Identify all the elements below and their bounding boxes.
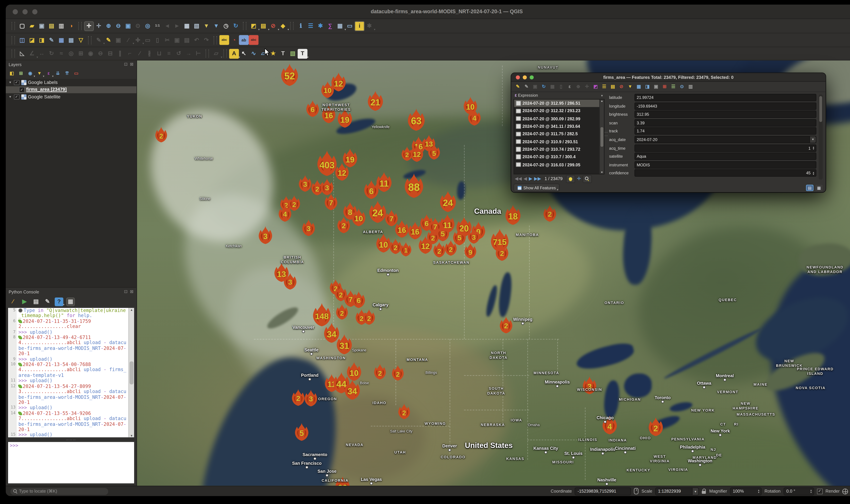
acq_date-dropdown-icon[interactable]: ▼: [810, 137, 816, 143]
enable-advanced-digitizing-button[interactable]: ◺: [17, 49, 27, 58]
coordinate-input[interactable]: -15239839,7152991: [575, 487, 631, 495]
feature-checkbox[interactable]: [516, 131, 521, 137]
new-field-button[interactable]: ⊞: [661, 83, 669, 90]
layer-visibility-checkbox[interactable]: ✓: [14, 80, 19, 85]
fire-marker-12[interactable]: 12: [418, 236, 433, 254]
scroll-up-icon[interactable]: ▲: [130, 308, 133, 311]
fire-marker-12[interactable]: 12: [409, 145, 424, 162]
dock-attribute-table-button[interactable]: ▣: [652, 83, 660, 90]
layer-item-google-labels[interactable]: ▼✓Google Labels: [6, 79, 137, 86]
zoom-out-button[interactable]: ⊖: [113, 21, 123, 31]
console-help-button[interactable]: ?▾: [55, 297, 64, 306]
highlight-feature-button[interactable]: [566, 175, 575, 183]
fire-marker-3[interactable]: 3: [303, 389, 318, 407]
invert-selection-button[interactable]: ◩: [592, 83, 599, 90]
minimize-window-button[interactable]: [22, 9, 28, 14]
fire-marker-5[interactable]: 5: [427, 144, 441, 160]
new-map-view-button[interactable]: ▦: [182, 21, 192, 31]
fire-marker-2[interactable]: 2: [397, 403, 411, 419]
close-window-button[interactable]: [13, 9, 18, 14]
magnifier-spinbox[interactable]: 100% ▲▼: [730, 487, 762, 495]
feature-row[interactable]: 2024-07-20 @ 311.75 / 282.5: [514, 130, 604, 138]
fire-marker-10[interactable]: 10: [351, 208, 367, 226]
identify-features-button[interactable]: ℹ: [296, 21, 306, 31]
zoom-to-layer-button[interactable]: ◎: [143, 21, 153, 31]
zoom-native-resolution-button[interactable]: 1:1: [153, 21, 162, 31]
layers-panel-close-icon[interactable]: ⊠: [130, 62, 134, 67]
organize-columns-button[interactable]: ▦: [635, 83, 642, 90]
layer-diagram-button[interactable]: ◔: [229, 35, 239, 45]
fire-marker-10[interactable]: 10: [320, 81, 335, 98]
layer-item-firms-area-23479[interactable]: ✓firms_area [23479]: [6, 86, 137, 93]
dialog-minimize-button[interactable]: [523, 75, 527, 79]
feature-row[interactable]: 2024-07-20 @ 341.11 / 293.64: [514, 123, 604, 130]
fire-marker-31[interactable]: 31: [335, 334, 353, 355]
mouse-position-icon[interactable]: [634, 488, 639, 494]
clear-console-button[interactable]: ∕: [9, 297, 17, 306]
fire-marker-2[interactable]: 2: [373, 364, 387, 380]
fire-marker-6[interactable]: 6: [351, 291, 366, 308]
scroll-down-icon[interactable]: ▼: [130, 434, 133, 437]
form-scrollbar[interactable]: [819, 94, 823, 179]
console-splitter[interactable]: ⋯⋯⋯: [6, 438, 137, 441]
zoom-window-button[interactable]: [32, 9, 37, 14]
fire-marker-9[interactable]: 9: [463, 242, 477, 259]
satellite-input[interactable]: Aqua: [634, 152, 816, 160]
confidence-input[interactable]: 45▲▼: [634, 169, 816, 177]
acq_time-input[interactable]: 1▲▼: [634, 144, 816, 152]
feature-row[interactable]: 2024-07-20 @ 312.32 / 293.23: [514, 107, 604, 115]
fire-marker-2[interactable]: 2: [391, 365, 405, 381]
fire-marker-1[interactable]: 1: [400, 241, 412, 257]
fire-marker-2[interactable]: 2: [335, 304, 349, 320]
layer-visibility-checkbox[interactable]: ✓: [19, 87, 24, 92]
feature-row[interactable]: 2024-07-20 @ 300.09 / 282.99: [514, 115, 604, 123]
zoom-full-extent-button[interactable]: ▣: [123, 21, 133, 31]
project-save-button[interactable]: ▣: [37, 21, 47, 31]
feature-list-scrollbar[interactable]: ▲ ▼: [599, 100, 604, 174]
feature-row[interactable]: 2024-07-20 @ 312.95 / 286.51: [514, 100, 604, 107]
feature-checkbox[interactable]: [516, 101, 521, 106]
python-console-float-icon[interactable]: ⊡: [124, 290, 127, 294]
scrollbar-thumb[interactable]: [600, 127, 603, 146]
zoom-to-feature-button[interactable]: [583, 175, 592, 183]
locator-search-input[interactable]: Type to locate (⌘K): [11, 488, 108, 494]
open-layer-styling-button[interactable]: ◧: [8, 70, 16, 77]
deselect-all-button[interactable]: ⊘: [618, 83, 625, 90]
fire-marker-24[interactable]: 24: [439, 191, 457, 212]
fire-marker-2[interactable]: 2: [336, 216, 351, 233]
polyline-annotation-button[interactable]: ∿: [249, 49, 259, 58]
field-calculator-button[interactable]: ☰: [670, 83, 677, 90]
dialog-zoom-button[interactable]: [530, 75, 534, 79]
select-by-expression-button[interactable]: ε: [566, 83, 573, 90]
acq_date-input[interactable]: 2024-07-20▼: [634, 136, 816, 143]
processing-toolbox-button[interactable]: ✱: [316, 21, 325, 31]
fire-marker-2[interactable]: 2: [362, 309, 376, 325]
open-attribute-table-button[interactable]: ▦▾: [335, 21, 345, 31]
console-options-button[interactable]: ✎: [43, 297, 52, 306]
rotation-spinbox[interactable]: 0.0 ° ▲▼: [783, 487, 814, 495]
layer-labeling-button[interactable]: abc: [219, 35, 229, 45]
expression-dropdown-icon[interactable]: ▼: [600, 93, 603, 97]
show-statistical-summary-button[interactable]: ∑: [325, 21, 335, 31]
deselect-features-button[interactable]: ⊘▾: [268, 21, 278, 31]
fire-marker-3[interactable]: 3: [301, 219, 316, 236]
scroll-down-icon[interactable]: ▼: [601, 171, 603, 174]
select-features-by-value-button[interactable]: ▤▾: [259, 21, 268, 31]
multi-edit-button[interactable]: ✎: [523, 83, 530, 90]
temporal-controller-button[interactable]: ◷: [221, 21, 231, 31]
remove-layer-button[interactable]: ▭: [73, 70, 80, 77]
fire-marker-3[interactable]: 3: [467, 228, 481, 244]
toggle-editing-button[interactable]: ✎: [514, 83, 521, 90]
project-new-button[interactable]: ▢: [17, 21, 27, 31]
select-annotation-button[interactable]: ↖: [239, 49, 249, 58]
new-mesh-layer-button[interactable]: ▩: [66, 35, 76, 45]
fire-marker-2[interactable]: 2: [495, 244, 509, 261]
next-feature-button[interactable]: ▶: [529, 176, 532, 181]
refresh-map-button[interactable]: ↻: [231, 21, 241, 31]
scan-input[interactable]: 3.39: [634, 119, 816, 126]
text-annotation-balloon-button[interactable]: T▾: [298, 49, 307, 58]
new-print-layout-button[interactable]: ▤: [47, 21, 56, 31]
fire-marker-2[interactable]: 2: [648, 417, 664, 436]
select-all-button[interactable]: ▤: [609, 83, 617, 90]
scale-lock-icon[interactable]: [702, 488, 706, 493]
